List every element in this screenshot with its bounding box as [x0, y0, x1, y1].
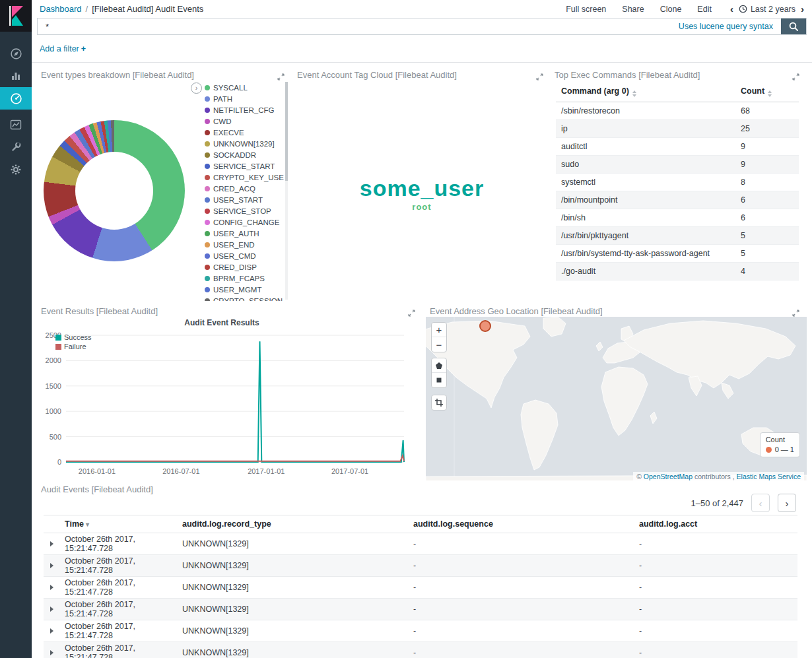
legend-item[interactable]: USER_AUTH	[205, 228, 284, 239]
legend-item[interactable]: USER_START	[205, 194, 284, 205]
breadcrumb-dashboard-link[interactable]: Dashboard	[40, 4, 82, 14]
sequence-cell: -	[408, 626, 634, 636]
edit-button[interactable]: Edit	[697, 5, 712, 14]
expand-row-button[interactable]	[44, 607, 59, 612]
legend-item[interactable]: Success	[55, 333, 92, 342]
legend-item[interactable]: CRYPTO_SESSION	[205, 295, 284, 301]
legend-item[interactable]: CWD	[205, 115, 284, 127]
table-row[interactable]: /usr/bin/systemd-tty-ask-password-agent5	[556, 245, 799, 263]
table-row[interactable]: October 26th 2017, 15:21:47.728UNKNOWN[1…	[44, 642, 797, 658]
sidebar-item-devtools[interactable]	[0, 136, 32, 158]
clock-icon	[739, 5, 747, 13]
panel-expand-button[interactable]	[792, 308, 800, 315]
sidebar-item-timelion[interactable]	[0, 114, 32, 136]
draw-polygon-button[interactable]	[432, 358, 446, 373]
column-header-command[interactable]: Command (arg 0)	[561, 86, 741, 97]
legend-item[interactable]: CRYPTO_KEY_USER	[205, 172, 284, 183]
legend-item[interactable]: USER_CMD	[205, 250, 284, 261]
search-query-input[interactable]	[38, 18, 679, 34]
legend-item[interactable]: CRED_ACQ	[205, 183, 284, 194]
time-picker-button[interactable]: Last 2 years	[739, 5, 795, 14]
table-row[interactable]: October 26th 2017, 15:21:47.728UNKNOWN[1…	[44, 599, 797, 620]
next-page-button[interactable]: ›	[778, 494, 796, 512]
legend-label: SERVICE_START	[213, 162, 275, 170]
table-row[interactable]: /bin/sh6	[556, 209, 799, 227]
kibana-logo-icon	[0, 0, 32, 32]
lucene-syntax-link[interactable]: Uses lucene query syntax	[679, 22, 773, 31]
kibana-logo[interactable]	[0, 0, 32, 32]
table-row[interactable]: /usr/bin/pkttyagent5	[556, 227, 799, 245]
share-button[interactable]: Share	[622, 5, 644, 14]
table-row[interactable]: /sbin/restorecon68	[556, 102, 799, 120]
sidebar-item-discover[interactable]	[0, 42, 32, 65]
tag-word[interactable]: some_user	[360, 177, 485, 199]
expand-row-button[interactable]	[44, 650, 59, 655]
table-row[interactable]: auditctl9	[556, 138, 799, 156]
legend-item[interactable]: SYSCALL	[205, 82, 284, 93]
legend-item[interactable]: BPRM_FCAPS	[205, 273, 284, 284]
legend-scrollbar[interactable]	[285, 82, 288, 300]
elastic-maps-link[interactable]: Elastic Maps Service	[737, 473, 801, 480]
legend-item[interactable]: USER_END	[205, 239, 284, 250]
expand-row-button[interactable]	[44, 628, 59, 634]
legend-item[interactable]: USER_MGMT	[205, 284, 284, 295]
legend-item[interactable]: NETFILTER_CFG	[205, 104, 284, 115]
table-row[interactable]: /bin/mountpoint6	[556, 191, 799, 209]
results-line-chart[interactable]: 050010001500200025002016-01-012016-07-01…	[40, 329, 420, 478]
column-header-time[interactable]: Time▾	[59, 519, 177, 529]
legend-item[interactable]: CRED_DISP	[205, 261, 284, 273]
legend-label: USER_MGMT	[213, 286, 261, 294]
column-header-count[interactable]: Count	[741, 86, 794, 97]
zoom-out-button[interactable]: −	[432, 337, 446, 352]
panel-expand-button[interactable]	[536, 71, 544, 79]
record-type-cell: UNKNOWN[1329]	[177, 648, 408, 657]
crop-button[interactable]	[432, 395, 446, 410]
column-header-sequence[interactable]: auditd.log.sequence	[408, 519, 634, 529]
sidebar-item-management[interactable]	[0, 158, 32, 181]
table-row[interactable]: ./go-audit4	[556, 263, 799, 280]
legend-item[interactable]: UNKNOWN[1329]	[205, 138, 284, 149]
clone-button[interactable]: Clone	[660, 5, 682, 14]
openstreetmap-link[interactable]: OpenStreetMap	[644, 473, 693, 480]
expand-row-button[interactable]	[44, 541, 59, 546]
legend-item[interactable]: SERVICE_STOP	[205, 205, 284, 216]
count-cell: 68	[741, 106, 794, 115]
sidebar-item-visualize[interactable]	[0, 65, 32, 87]
tag-word[interactable]: root	[412, 203, 431, 211]
zoom-in-button[interactable]: +	[432, 323, 446, 337]
panel-expand-button[interactable]	[277, 71, 285, 79]
filter-bar: Add a filter+	[32, 36, 812, 63]
legend-item[interactable]: CONFIG_CHANGE	[205, 216, 284, 228]
geo-point-marker[interactable]	[479, 320, 491, 332]
legend-item[interactable]: EXECVE	[205, 127, 284, 138]
add-filter-button[interactable]: Add a filter+	[40, 44, 86, 53]
sidebar-item-dashboard[interactable]	[0, 87, 32, 110]
table-row[interactable]: October 26th 2017, 15:21:47.728UNKNOWN[1…	[44, 620, 797, 642]
world-map[interactable]: + − Count 0 — 1 © OpenStreet	[426, 317, 807, 485]
table-row[interactable]: October 26th 2017, 15:21:47.728UNKNOWN[1…	[44, 577, 797, 599]
search-button[interactable]	[781, 18, 806, 34]
full-screen-button[interactable]: Full screen	[566, 5, 606, 14]
table-row[interactable]: October 26th 2017, 15:21:47.728UNKNOWN[1…	[44, 533, 797, 555]
time-next-button[interactable]: ›	[801, 4, 804, 14]
column-header-label: Time	[65, 519, 84, 529]
column-header-record-type[interactable]: auditd.log.record_type	[177, 519, 408, 529]
legend-item[interactable]: SOCKADDR	[205, 149, 284, 160]
previous-page-button[interactable]: ‹	[751, 494, 770, 512]
legend-item[interactable]: PATH	[205, 93, 284, 104]
table-row[interactable]: October 26th 2017, 15:21:47.728UNKNOWN[1…	[44, 555, 797, 577]
legend-toggle-button[interactable]: ›	[191, 82, 202, 94]
expand-row-button[interactable]	[44, 563, 59, 568]
legend-item[interactable]: SERVICE_START	[205, 160, 284, 172]
table-row[interactable]: ip25	[556, 120, 799, 138]
table-row[interactable]: systemctl8	[556, 174, 799, 191]
time-previous-button[interactable]: ‹	[730, 4, 733, 14]
panel-expand-button[interactable]	[408, 308, 416, 315]
legend-item[interactable]: Failure	[55, 342, 92, 351]
expand-row-button[interactable]	[44, 585, 59, 590]
draw-rectangle-button[interactable]	[432, 373, 446, 387]
legend-scrollbar-thumb[interactable]	[285, 82, 288, 181]
column-header-acct[interactable]: auditd.log.acct	[634, 519, 797, 529]
table-row[interactable]: sudo9	[556, 156, 799, 174]
panel-expand-button[interactable]	[792, 71, 800, 79]
